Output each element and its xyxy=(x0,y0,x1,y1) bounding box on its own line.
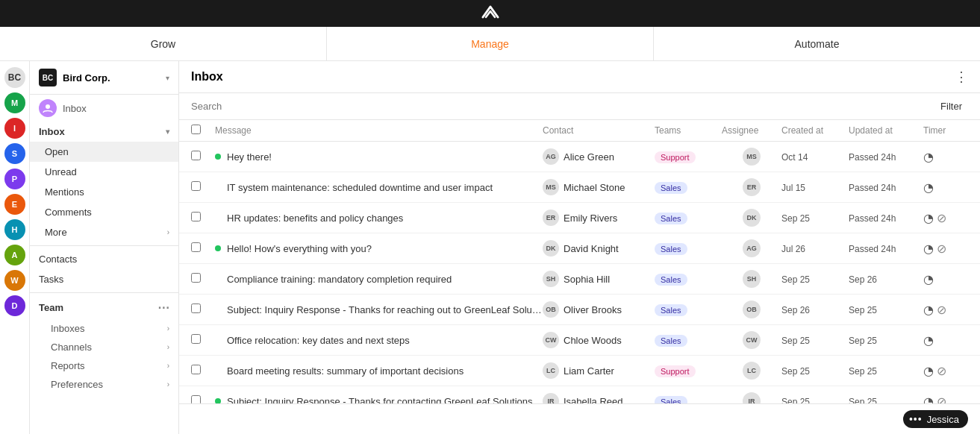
sidebar-item-comments-label: Comments xyxy=(45,207,92,218)
row-checkbox[interactable] xyxy=(191,273,201,283)
row-checkbox[interactable] xyxy=(191,151,201,160)
row-checkbox[interactable] xyxy=(191,304,201,313)
avatar-a[interactable]: A xyxy=(4,245,25,265)
team-badge: Support xyxy=(655,365,696,377)
row-checkbox-cell xyxy=(191,212,215,224)
org-icon[interactable]: BC xyxy=(4,67,25,88)
table-row[interactable]: Hey there! AG Alice Green Support MS Oct… xyxy=(179,142,980,172)
personal-inbox-label: Inbox xyxy=(63,103,87,114)
sidebar-item-unread[interactable]: Unread xyxy=(30,162,178,182)
team-badge: Sales xyxy=(655,335,687,347)
sidebar-item-channels[interactable]: Channels › xyxy=(30,338,178,356)
sidebar-item-inboxes[interactable]: Inboxes › xyxy=(30,319,178,338)
preferences-label: Preferences xyxy=(51,379,103,390)
avatar-h[interactable]: H xyxy=(4,219,25,240)
assignee-cell: AG xyxy=(722,239,781,257)
avatar-w[interactable]: W xyxy=(4,270,25,291)
channels-label: Channels xyxy=(51,342,92,353)
tab-manage[interactable]: Manage xyxy=(327,27,654,60)
search-input[interactable] xyxy=(191,101,934,112)
avatar-i[interactable]: I xyxy=(4,118,25,139)
col-message-header: Message xyxy=(215,125,543,136)
table-row[interactable]: IT system maintenance: scheduled downtim… xyxy=(179,172,980,203)
tab-automate[interactable]: Automate xyxy=(654,27,980,60)
timer-cell: ◔ ⊘ xyxy=(923,303,968,317)
row-checkbox[interactable] xyxy=(191,181,201,191)
table-row[interactable]: Board meeting results: summary of import… xyxy=(179,356,980,386)
main-layout: BC M I S P E H A W D BC Bird Corp. ▾ xyxy=(0,61,980,434)
table-row[interactable]: Office relocation: key dates and next st… xyxy=(179,325,980,356)
created-date: Sep 25 xyxy=(781,274,810,285)
avatar-p[interactable]: P xyxy=(4,169,25,189)
row-checkbox-cell xyxy=(191,151,215,163)
inbox-group[interactable]: Inbox ▾ xyxy=(30,122,178,142)
updated-cell: Passed 24h xyxy=(849,151,923,163)
row-checkbox[interactable] xyxy=(191,242,201,252)
row-checkbox[interactable] xyxy=(191,365,201,374)
timer-cell: ◔ xyxy=(923,272,968,286)
assignee-cell: LC xyxy=(722,362,781,380)
user-chip-name: Jessica xyxy=(927,414,959,425)
main-content: Inbox ⋮ Filter Message Contact Teams Ass… xyxy=(179,61,980,434)
sidebar-item-comments[interactable]: Comments xyxy=(30,202,178,222)
message-cell: IT system maintenance: scheduled downtim… xyxy=(215,182,543,193)
contact-name: Oliver Brooks xyxy=(564,304,622,315)
contact-name: Alice Green xyxy=(564,151,614,163)
unread-dot xyxy=(215,276,221,282)
team-dots-icon[interactable]: ⋯ xyxy=(157,301,169,315)
table-row[interactable]: Subject: Inquiry Response - Thanks for c… xyxy=(179,386,980,403)
assignee-cell: OB xyxy=(722,301,781,318)
col-created-header: Created at xyxy=(781,125,849,136)
table-row[interactable]: Subject: Inquiry Response - Thanks for r… xyxy=(179,295,980,325)
row-checkbox[interactable] xyxy=(191,395,201,403)
assignee-cell: CW xyxy=(722,331,781,349)
updated-cell: Sep 25 xyxy=(849,365,923,377)
message-text: Compliance training: mandatory completio… xyxy=(227,274,452,285)
select-all-checkbox[interactable] xyxy=(191,125,201,134)
created-cell: Sep 25 xyxy=(781,213,849,224)
created-cell: Jul 15 xyxy=(781,182,849,193)
table-row[interactable]: Compliance training: mandatory completio… xyxy=(179,264,980,295)
team-badge: Sales xyxy=(655,396,687,404)
user-chip[interactable]: ••• Jessica xyxy=(903,410,968,428)
sidebar-item-reports[interactable]: Reports › xyxy=(30,356,178,375)
sidebar-item-more[interactable]: More › xyxy=(30,222,178,242)
org-selector[interactable]: BC Bird Corp. xyxy=(39,69,110,87)
avatar-d[interactable]: D xyxy=(4,295,25,316)
table-row[interactable]: HR updates: benefits and policy changes … xyxy=(179,203,980,233)
message-text: Hello! How's everything with you? xyxy=(227,243,372,254)
sidebar-tasks[interactable]: Tasks xyxy=(30,269,178,289)
updated-date: Sep 25 xyxy=(849,397,877,404)
row-checkbox[interactable] xyxy=(191,334,201,344)
message-text: Board meeting results: summary of import… xyxy=(227,365,464,377)
row-checkbox[interactable] xyxy=(191,212,201,221)
sidebar-contacts[interactable]: Contacts xyxy=(30,249,178,269)
avatar-m[interactable]: M xyxy=(4,92,25,113)
tab-grow[interactable]: Grow xyxy=(0,27,327,60)
svg-point-0 xyxy=(46,104,50,109)
updated-cell: Sep 25 xyxy=(849,396,923,404)
avatar-e[interactable]: E xyxy=(4,194,25,215)
team-group[interactable]: Team ⋯ xyxy=(30,296,178,319)
sidebar-item-preferences[interactable]: Preferences › xyxy=(30,375,178,394)
sidebar-item-open[interactable]: Open xyxy=(30,142,178,162)
timer-cell: ◔ ⊘ xyxy=(923,394,968,404)
header-actions: ⋮ xyxy=(955,69,968,85)
filter-button[interactable]: Filter xyxy=(934,99,968,113)
message-text: Subject: Inquiry Response - Thanks for r… xyxy=(227,304,543,315)
contact-initials: ER xyxy=(543,210,559,226)
sidebar-item-mentions[interactable]: Mentions xyxy=(30,182,178,202)
org-chevron-icon[interactable]: ▾ xyxy=(166,74,169,82)
sidebar-personal-inbox[interactable]: Inbox xyxy=(30,95,178,122)
message-cell: Subject: Inquiry Response - Thanks for c… xyxy=(215,396,543,404)
more-options-icon[interactable]: ⋮ xyxy=(955,69,968,85)
timer-icon: ◔ xyxy=(923,211,934,225)
avatar-s[interactable]: S xyxy=(4,143,25,164)
message-cell: HR updates: benefits and policy changes xyxy=(215,213,543,224)
table-row[interactable]: Hello! How's everything with you? DK Dav… xyxy=(179,233,980,264)
sidebar-org-header: BC Bird Corp. ▾ xyxy=(30,61,178,95)
inboxes-label: Inboxes xyxy=(51,323,85,334)
created-date: Sep 26 xyxy=(781,305,810,315)
team-badge: Support xyxy=(655,151,696,163)
assignee-avatar: MS xyxy=(743,148,761,166)
